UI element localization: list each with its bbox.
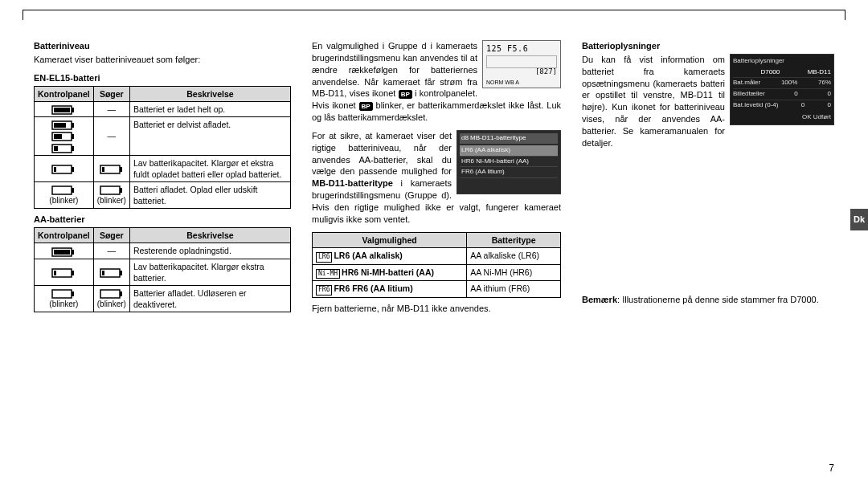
- lcd-panel-illustration: 125 F5.6 [827] NORM WB A: [482, 40, 561, 88]
- svg-rect-30: [102, 271, 104, 275]
- battery-empty-blink-icon-vf: (blinker): [93, 285, 129, 312]
- svg-rect-5: [54, 123, 66, 128]
- text-bold: MB-D11-batteritype: [312, 178, 393, 188]
- option-icon: Ni-MH: [316, 269, 340, 279]
- svg-rect-23: [72, 250, 74, 255]
- cell: Resterende opladningstid.: [129, 243, 290, 259]
- info-row: Bat.levetid (0-4) 0 0: [733, 100, 831, 111]
- battery-full-icon: [35, 101, 94, 116]
- col-kontrolpanel: Kontrolpanel: [35, 86, 94, 101]
- table-row: FR6FR6 FR6 (AA litium) AA ithium (FR6): [313, 281, 561, 298]
- table-row: (blinker) (blinker) Batterier afladet. U…: [35, 285, 291, 312]
- svg-rect-27: [54, 271, 56, 275]
- option-label: FR6 FR6 (AA litium): [334, 283, 412, 293]
- table-row: (blinker) (blinker) Batteri afladet. Opl…: [35, 181, 291, 208]
- subhead-en-el15: EN-EL15-batteri: [34, 72, 291, 84]
- option-icon: LR6: [316, 252, 332, 263]
- svg-rect-21: [120, 188, 122, 193]
- battery-low-icon: [35, 155, 94, 181]
- cell: AA alkaliske (LR6): [467, 247, 561, 264]
- info-val: 0: [794, 90, 797, 99]
- info-label: Bat.levetid (0-4): [733, 101, 778, 110]
- svg-rect-17: [102, 167, 104, 172]
- table-en-el15: Kontrolpanel Søger Beskrivelse — Batteri…: [34, 86, 291, 210]
- col-soger: Søger: [93, 86, 129, 101]
- svg-rect-14: [54, 167, 56, 172]
- table-row: — Resterende opladningstid.: [35, 243, 291, 259]
- col-batteritype: Batteritype: [467, 232, 561, 247]
- info-label: Billedtæller: [733, 90, 765, 99]
- cell: —: [93, 243, 129, 259]
- table-row: — Batteriet er ladet helt op.: [35, 101, 291, 116]
- svg-rect-31: [52, 290, 72, 298]
- cell: Batterier afladet. Udløseren er deaktive…: [129, 285, 290, 312]
- battery-full-icon: [35, 243, 94, 259]
- menu-option: FR6 (AA litium): [460, 167, 558, 178]
- cell: AA Ni-MH (HR6): [467, 264, 561, 281]
- svg-rect-2: [54, 108, 70, 112]
- note-text: : Illustrationerne på denne side stammer…: [617, 295, 819, 304]
- cell: AA ithium (FR6): [467, 281, 561, 298]
- lcd-wb-label: WB A: [505, 79, 519, 85]
- lcd-readout-top: 125 F5.6: [486, 43, 557, 55]
- table-aa: Kontrolpanel Søger Beskrivelse — Restere…: [34, 227, 291, 312]
- battery-partial-icon: [35, 116, 94, 155]
- footer-note-remove-batteries: Fjern batterierne, når MB-D11 ikke anven…: [312, 303, 561, 315]
- info-val: 100%: [781, 79, 797, 88]
- svg-rect-1: [72, 108, 74, 112]
- bp-icon: BP: [399, 90, 412, 99]
- svg-rect-10: [72, 146, 74, 151]
- cell: LR6LR6 (AA alkalisk): [313, 247, 467, 264]
- option-icon: FR6: [316, 285, 332, 296]
- bp-icon: BP: [359, 102, 373, 111]
- svg-rect-33: [100, 290, 120, 298]
- info-val: 0: [828, 101, 831, 110]
- svg-rect-11: [54, 146, 58, 151]
- battery-low-icon-vf: [93, 259, 129, 285]
- cell: Lav batterikapacitet. Klargør ekstra bat…: [129, 259, 290, 285]
- cell: —: [93, 116, 129, 155]
- info-val: 0: [828, 90, 831, 99]
- info-header-row: D7000 MB-D11: [733, 67, 831, 78]
- column-right: Batterioplysninger Batterioplysninger D7…: [582, 40, 834, 457]
- table-battery-type: Valgmulighed Batteritype LR6LR6 (AA alka…: [312, 232, 561, 299]
- menu-option: LR6 (AA alkalisk): [460, 145, 558, 157]
- svg-rect-32: [72, 291, 74, 296]
- col-valgmulighed: Valgmulighed: [313, 232, 467, 247]
- svg-rect-24: [54, 250, 70, 255]
- table-row: Ni-MHHR6 Ni-MH-batteri (AA) AA Ni-MH (HR…: [313, 264, 561, 281]
- svg-rect-19: [72, 188, 74, 193]
- table-row: — Batteriet er delvist afladet.: [35, 116, 291, 155]
- info-ok: OK Udført: [733, 113, 831, 122]
- info-label: Bat.måler: [733, 79, 760, 88]
- cell: Batteri afladet. Oplad eller udskift bat…: [129, 181, 290, 208]
- svg-rect-29: [120, 271, 122, 275]
- table-header-row: Kontrolpanel Søger Beskrivelse: [35, 86, 291, 101]
- column-middle: 125 F5.6 [827] NORM WB A En valgmulighed…: [312, 40, 561, 457]
- cell: Lav batterikapacitet. Klargør et ekstra …: [129, 155, 290, 181]
- option-label: HR6 Ni-MH-batteri (AA): [342, 267, 434, 277]
- cell: FR6FR6 FR6 (AA litium): [313, 281, 467, 298]
- cell: Ni-MHHR6 Ni-MH-batteri (AA): [313, 264, 467, 281]
- svg-rect-18: [52, 186, 72, 194]
- svg-rect-26: [72, 271, 74, 275]
- battery-low-icon-vf: [93, 155, 129, 181]
- svg-rect-20: [100, 186, 120, 194]
- info-row: Bat.måler 100% 76%: [733, 77, 831, 88]
- manual-page: Dk Batteriniveau Kameraet viser batterin…: [0, 0, 868, 481]
- svg-rect-34: [120, 291, 122, 296]
- section-title-battery-level: Batteriniveau: [34, 40, 291, 52]
- info-title: Batterioplysninger: [733, 57, 831, 66]
- cell: Batteriet er delvist afladet.: [129, 116, 290, 155]
- content-columns: Batteriniveau Kameraet viser batterinive…: [34, 40, 834, 457]
- text-run: For at sikre, at kameraet viser det rigt…: [312, 131, 452, 177]
- col-kontrolpanel: Kontrolpanel: [35, 228, 94, 243]
- svg-rect-16: [120, 167, 122, 172]
- svg-rect-7: [72, 134, 74, 139]
- note-d7000: Bemærk: Illustrationerne på denne side s…: [582, 294, 834, 306]
- column-left: Batteriniveau Kameraet viser batterinive…: [34, 40, 291, 457]
- info-val: 76%: [818, 79, 831, 88]
- info-screen-illustration: Batterioplysninger D7000 MB-D11 Bat.måle…: [730, 54, 834, 125]
- lcd-readout-count: [827]: [535, 67, 557, 76]
- info-col-d7000: D7000: [761, 68, 780, 77]
